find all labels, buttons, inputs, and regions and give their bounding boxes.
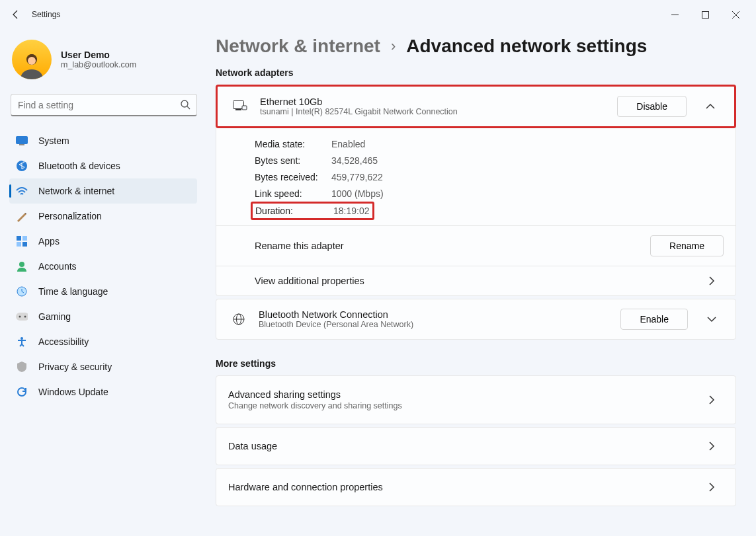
breadcrumb: Network & internet › Advanced network se… — [216, 36, 736, 57]
duration-value: 18:19:02 — [333, 206, 370, 216]
link-speed-value: 1000 (Mbps) — [331, 188, 384, 199]
svg-rect-19 — [235, 109, 241, 110]
sidebar-item-system[interactable]: System — [9, 128, 197, 153]
sidebar-item-apps[interactable]: Apps — [9, 229, 197, 254]
time-icon — [16, 286, 28, 297]
svg-rect-5 — [17, 137, 28, 144]
accessibility-icon — [16, 336, 28, 348]
svg-point-2 — [28, 57, 36, 65]
svg-rect-9 — [22, 236, 27, 241]
sidebar-item-label: Time & language — [38, 286, 108, 297]
apps-icon — [16, 235, 28, 247]
chevron-right-icon — [700, 482, 724, 492]
chevron-up-icon[interactable] — [698, 103, 722, 110]
svg-rect-11 — [22, 242, 27, 247]
sidebar-item-network[interactable]: Network & internet — [9, 178, 197, 204]
user-block[interactable]: User Demo m_lab@outlook.com — [9, 34, 206, 94]
media-state-value: Enabled — [331, 139, 365, 149]
sidebar-item-label: Network & internet — [38, 186, 114, 196]
adapter-subtitle: Bluetooth Device (Personal Area Network) — [259, 320, 609, 329]
rename-adapter-row: Rename this adapter Rename — [216, 225, 735, 266]
search-input[interactable] — [11, 94, 197, 116]
adapter-title: Ethernet 10Gb — [260, 96, 605, 107]
rename-label: Rename this adapter — [255, 241, 650, 251]
globe-icon — [231, 311, 247, 327]
advanced-sharing-row[interactable]: Advanced sharing settings Change network… — [216, 375, 736, 424]
page-title: Advanced network settings — [406, 36, 647, 57]
row-title: Advanced sharing settings — [228, 389, 700, 400]
adapter-details: Media state:Enabled Bytes sent:34,528,46… — [216, 128, 735, 225]
bluetooth-icon — [16, 160, 28, 172]
user-email: m_lab@outlook.com — [61, 60, 136, 69]
arrow-left-icon — [11, 9, 21, 20]
svg-point-12 — [19, 262, 24, 267]
view-properties-row[interactable]: View additional properties — [216, 266, 735, 295]
sidebar-item-bluetooth[interactable]: Bluetooth & devices — [9, 153, 197, 178]
personalize-icon — [16, 210, 28, 222]
svg-point-17 — [21, 337, 23, 340]
disable-button[interactable]: Disable — [617, 96, 687, 117]
sidebar-item-label: Accounts — [38, 261, 77, 272]
adapter-bluetooth-row[interactable]: Bluetooth Network Connection Bluetooth D… — [216, 299, 735, 339]
sidebar-item-time[interactable]: Time & language — [9, 279, 197, 304]
svg-rect-1 — [702, 11, 708, 18]
minimize-button[interactable] — [659, 4, 690, 25]
maximize-button[interactable] — [690, 4, 720, 25]
network-icon — [16, 185, 28, 197]
chevron-down-icon[interactable] — [700, 316, 724, 323]
sidebar-item-label: System — [38, 135, 69, 146]
sidebar-item-personalization[interactable]: Personalization — [9, 204, 197, 229]
sidebar-item-label: Windows Update — [38, 387, 108, 397]
sidebar-item-gaming[interactable]: Gaming — [9, 304, 197, 329]
bytes-recv-value: 459,779,622 — [331, 172, 383, 182]
close-icon — [732, 11, 739, 19]
chevron-right-icon — [700, 276, 724, 286]
minimize-icon — [671, 11, 679, 19]
sidebar-item-accounts[interactable]: Accounts — [9, 254, 197, 279]
back-button[interactable] — [5, 4, 26, 25]
rename-button[interactable]: Rename — [650, 235, 724, 256]
adapter-ethernet-row[interactable]: Ethernet 10Gb tsunami | Intel(R) 82574L … — [218, 87, 734, 126]
row-subtitle: Change network discovery and sharing set… — [228, 401, 700, 410]
svg-rect-10 — [17, 242, 21, 247]
chevron-right-icon — [700, 395, 724, 404]
ethernet-icon — [232, 98, 248, 114]
bytes-recv-label: Bytes received: — [255, 172, 331, 182]
search-icon — [180, 99, 190, 112]
sidebar-item-accessibility[interactable]: Accessibility — [9, 329, 197, 354]
svg-point-3 — [181, 100, 188, 107]
section-header-more: More settings — [216, 358, 736, 369]
breadcrumb-parent[interactable]: Network & internet — [216, 36, 380, 57]
duration-label: Duration: — [255, 206, 333, 216]
avatar — [12, 40, 52, 79]
sidebar-item-label: Bluetooth & devices — [38, 161, 120, 171]
update-icon — [16, 386, 28, 398]
enable-button[interactable]: Enable — [620, 309, 688, 330]
maximize-icon — [702, 11, 709, 19]
sidebar-item-privacy[interactable]: Privacy & security — [9, 354, 197, 379]
svg-point-16 — [24, 316, 26, 318]
chevron-right-icon: › — [391, 38, 396, 55]
link-speed-label: Link speed: — [255, 188, 331, 199]
bytes-sent-label: Bytes sent: — [255, 155, 331, 166]
sidebar-item-label: Privacy & security — [38, 362, 112, 372]
svg-point-15 — [19, 316, 21, 318]
sidebar-item-label: Accessibility — [38, 336, 89, 347]
sidebar-item-label: Gaming — [38, 311, 71, 322]
close-button[interactable] — [720, 4, 751, 25]
row-title: Data usage — [228, 441, 700, 451]
section-header-adapters: Network adapters — [216, 67, 736, 78]
bytes-sent-value: 34,528,465 — [331, 155, 378, 166]
data-usage-row[interactable]: Data usage — [216, 427, 736, 465]
nav-list: System Bluetooth & devices Network & int… — [9, 128, 197, 404]
accounts-icon — [16, 260, 28, 272]
privacy-icon — [16, 361, 28, 373]
svg-rect-6 — [19, 144, 24, 145]
adapter-subtitle: tsunami | Intel(R) 82574L Gigabit Networ… — [260, 107, 605, 116]
chevron-right-icon — [700, 441, 724, 451]
window-title: Settings — [32, 10, 60, 19]
sidebar-item-update[interactable]: Windows Update — [9, 379, 197, 404]
svg-line-4 — [187, 106, 190, 109]
hardware-properties-row[interactable]: Hardware and connection properties — [216, 468, 736, 506]
view-properties-label: View additional properties — [255, 276, 700, 286]
